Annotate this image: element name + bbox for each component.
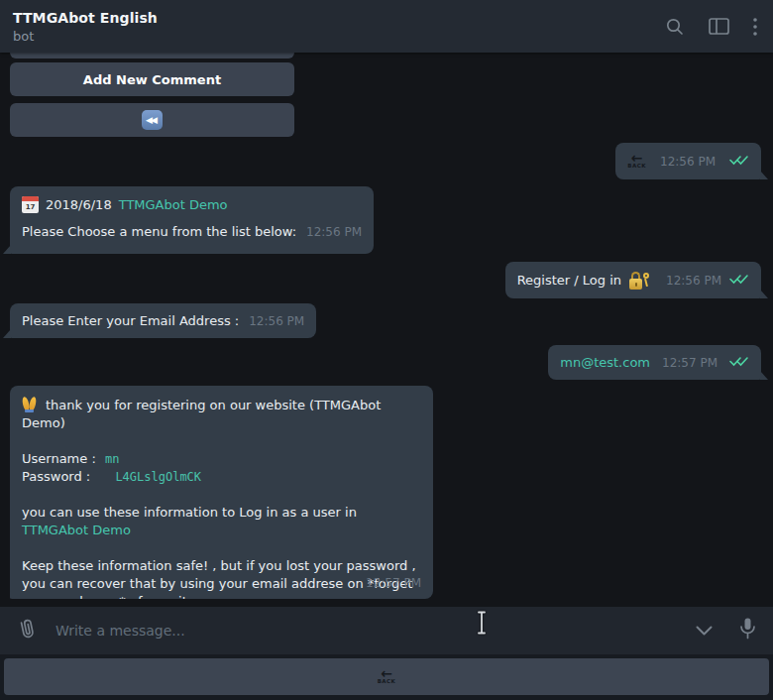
back-button[interactable]: ← BACK xyxy=(4,658,769,695)
microphone-icon[interactable] xyxy=(738,617,757,645)
username-value[interactable]: mn xyxy=(105,452,119,466)
message-time: 12:56 PM xyxy=(666,274,721,288)
header-actions xyxy=(665,17,757,37)
message-out-register[interactable]: Register / Log in 12:56 PM xyxy=(505,262,761,298)
read-status-icon xyxy=(729,273,749,288)
chat-info[interactable]: TTMGAbot English bot xyxy=(13,10,158,44)
password-label: Password : xyxy=(22,469,90,484)
message-time: 12:56 PM xyxy=(306,225,362,239)
message-time: 12:57 PM xyxy=(366,574,421,592)
message-out-email[interactable]: mn@test.com 12:57 PM xyxy=(548,345,761,380)
menu-icon[interactable] xyxy=(753,18,757,36)
collapse-keyboard-icon[interactable] xyxy=(696,622,713,641)
message-out-back[interactable]: ← BACK 12:56 PM xyxy=(615,143,761,179)
read-status-icon xyxy=(729,154,749,169)
telegram-window: TTMGAbot English bot Add New Comment ◀◀ … xyxy=(0,0,773,700)
read-status-icon xyxy=(729,355,749,370)
username-label: Username : xyxy=(22,451,96,466)
bot-link[interactable]: TTMGAbot Demo xyxy=(119,197,228,212)
rewind-emoji: ◀◀ xyxy=(142,110,163,130)
calendar-emoji: 17 xyxy=(22,196,39,213)
message-text: Register / Log in xyxy=(517,273,621,288)
attach-icon[interactable] xyxy=(16,617,38,645)
message-time: 12:56 PM xyxy=(249,314,304,328)
message-time: 12:57 PM xyxy=(662,356,718,370)
back-emoji: ← BACK xyxy=(627,153,646,170)
password-value[interactable]: L4GLslgOlmCK xyxy=(115,470,201,484)
back-emoji: ← BACK xyxy=(378,668,396,685)
message-in-welcome[interactable]: thank you for registering on our website… xyxy=(10,386,433,599)
inline-button-partial[interactable] xyxy=(10,53,294,58)
chat-header: TTMGAbot English bot xyxy=(0,0,773,53)
folded-hands-emoji xyxy=(22,397,37,412)
chat-title: TTMGAbot English xyxy=(13,10,158,26)
message-in-menu[interactable]: 17 2018/6/18 TTMGAbot Demo Please Choose… xyxy=(10,186,374,254)
safety-text: Keep these information safe! , but if yo… xyxy=(22,558,416,599)
message-input[interactable] xyxy=(55,623,696,639)
chat-subtitle: bot xyxy=(13,29,158,44)
message-text: Please Enter your Email Address : xyxy=(22,313,239,328)
message-date: 2018/6/18 xyxy=(46,197,112,212)
toggle-sidebar-icon[interactable] xyxy=(709,18,729,35)
email-link[interactable]: mn@test.com xyxy=(560,355,650,370)
add-new-comment-button[interactable]: Add New Comment xyxy=(10,62,294,96)
welcome-intro: thank you for registering on our website… xyxy=(22,398,381,430)
locked-with-key-emoji xyxy=(629,272,650,290)
site-link[interactable]: TTMGAbot Demo xyxy=(22,523,131,537)
composer-bar xyxy=(0,607,773,654)
add-new-comment-label: Add New Comment xyxy=(83,72,221,87)
search-icon[interactable] xyxy=(665,17,685,37)
reply-keyboard: ← BACK xyxy=(0,654,773,700)
message-text: Please Choose a menu from the list below… xyxy=(22,224,296,239)
message-time: 12:56 PM xyxy=(660,155,716,169)
login-info-text: you can use these information to Log in … xyxy=(22,505,357,520)
message-in-email-prompt[interactable]: Please Enter your Email Address : 12:56 … xyxy=(10,303,316,338)
rewind-button[interactable]: ◀◀ xyxy=(10,103,294,137)
